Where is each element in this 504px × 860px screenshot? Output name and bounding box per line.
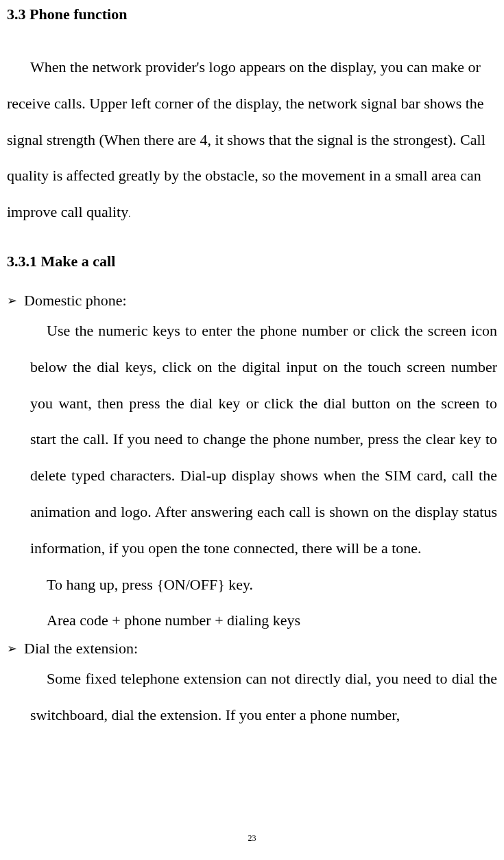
section-heading: 3.3 Phone function [7, 5, 497, 23]
bullet-section-domestic: ➢ Domestic phone: Use the numeric keys t… [7, 291, 497, 639]
bullet-label: Domestic phone: [24, 291, 127, 310]
intro-paragraph: When the network provider's logo appears… [7, 49, 497, 231]
page-number: 23 [248, 833, 256, 844]
arrow-icon: ➢ [7, 639, 17, 658]
bullet-section-extension: ➢ Dial the extension: Some fixed telepho… [7, 639, 497, 734]
subsection-heading: 3.3.1 Make a call [7, 253, 497, 270]
period-small: . [128, 209, 130, 219]
arrow-icon: ➢ [7, 291, 17, 310]
intro-text: When the network provider's logo appears… [7, 58, 485, 220]
bullet-body: Some fixed telephone extension can not d… [30, 661, 497, 734]
bullet-label: Dial the extension: [24, 639, 138, 658]
bullet-body: Use the numeric keys to enter the phone … [30, 313, 497, 567]
bullet-line-areacode: Area code + phone number + dialing keys [30, 603, 497, 639]
bullet-line-hangup: To hang up, press {ON/OFF} key. [30, 567, 497, 603]
bullet-item: ➢ Domestic phone: [7, 291, 497, 310]
bullet-item: ➢ Dial the extension: [7, 639, 497, 658]
